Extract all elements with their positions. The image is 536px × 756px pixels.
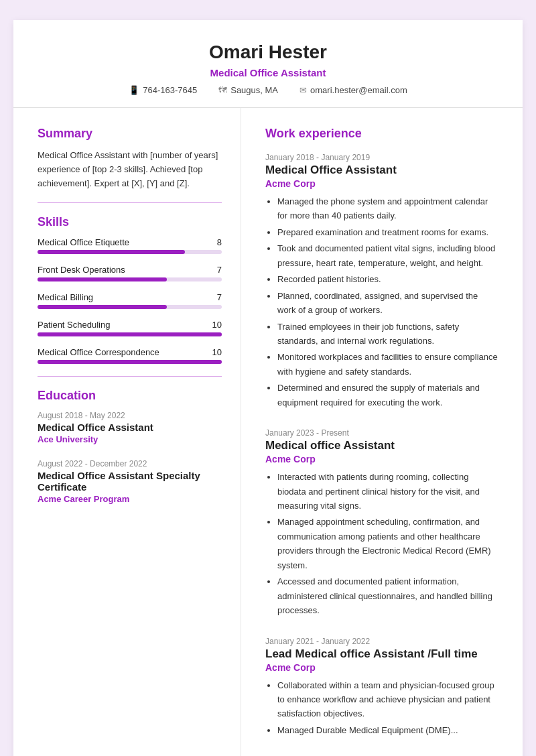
work-experience-title: Work experience <box>265 127 498 141</box>
skill-row: Medical Billing 7 <box>38 292 222 309</box>
education-title: Education <box>38 389 222 403</box>
skill-bar-bg <box>38 250 222 254</box>
edu-degree: Medical Office Assistant Specialty Certi… <box>38 470 222 493</box>
work-dates: January 2018 - January 2019 <box>265 153 498 162</box>
skill-label: Front Desk Operations <box>38 265 125 275</box>
skill-row: Front Desk Operations 7 <box>38 265 222 281</box>
skills-list: Medical Office Etiquette 8 Front Desk Op… <box>38 237 222 364</box>
resume-card: Omari Hester Medical Office Assistant 📱 … <box>13 20 523 756</box>
work-bullet: Monitored workplaces and facilities to e… <box>277 350 498 379</box>
email-value: omari.hester@email.com <box>310 85 407 95</box>
work-bullet: Managed Durable Medical Equipment (DME).… <box>277 723 498 737</box>
work-bullets: Collaborated within a team and physician… <box>265 678 498 738</box>
work-block: January 2018 - January 2019 Medical Offi… <box>265 153 498 410</box>
skill-bar-fill <box>38 332 222 336</box>
work-bullets: Interacted with patients during rooming,… <box>265 470 498 617</box>
skill-bar-bg <box>38 332 222 336</box>
edu-dates: August 2022 - December 2022 <box>38 459 222 468</box>
work-bullet: Determined and ensured the supply of mat… <box>277 381 498 410</box>
edu-dates: August 2018 - May 2022 <box>38 411 222 420</box>
education-block: August 2018 - May 2022 Medical Office As… <box>38 411 222 444</box>
header-section: Omari Hester Medical Office Assistant 📱 … <box>13 20 523 108</box>
work-title: Medical office Assistant <box>265 439 498 452</box>
skill-score: 8 <box>217 237 222 247</box>
edu-school: Ace University <box>38 434 222 444</box>
email-icon: ✉ <box>299 85 307 95</box>
work-bullet: Took and documented patient vital signs,… <box>277 241 498 270</box>
education-section: Education August 2018 - May 2022 Medical… <box>38 389 222 504</box>
right-column: Work experience January 2018 - January 2… <box>241 108 523 756</box>
work-bullet: Collaborated within a team and physician… <box>277 678 498 721</box>
work-bullet: Managed the phone system and appointment… <box>277 194 498 223</box>
education-list: August 2018 - May 2022 Medical Office As… <box>38 411 222 504</box>
skill-row: Patient Scheduling 10 <box>38 320 222 336</box>
phone-value: 764-163-7645 <box>143 85 197 95</box>
summary-text: Medical Office Assistant with [number of… <box>38 149 222 190</box>
skill-score: 7 <box>217 292 222 302</box>
phone-icon: 📱 <box>129 85 139 95</box>
email-contact: ✉ omari.hester@email.com <box>299 85 407 95</box>
work-bullet: Recorded patient histories. <box>277 272 498 286</box>
location-icon: 🗺 <box>218 85 227 95</box>
divider-2 <box>38 376 222 377</box>
skill-bar-fill <box>38 277 167 281</box>
summary-title: Summary <box>38 127 222 141</box>
skill-score: 7 <box>217 265 222 275</box>
skill-label: Medical Office Correspondence <box>38 347 159 357</box>
skill-bar-fill <box>38 250 185 254</box>
summary-section: Summary Medical Office Assistant with [n… <box>38 127 222 190</box>
work-company: Acme Corp <box>265 662 498 673</box>
page-wrapper: Omari Hester Medical Office Assistant 📱 … <box>0 0 536 756</box>
skills-title: Skills <box>38 215 222 229</box>
skill-bar-bg <box>38 305 222 309</box>
skill-label: Medical Billing <box>38 292 93 302</box>
work-bullet: Managed appointment scheduling, confirma… <box>277 515 498 572</box>
candidate-name: Omari Hester <box>40 42 496 63</box>
edu-school: Acme Career Program <box>38 494 222 504</box>
location-contact: 🗺 Saugus, MA <box>218 85 278 95</box>
work-company: Acme Corp <box>265 454 498 464</box>
skill-score: 10 <box>212 320 222 330</box>
work-list: January 2018 - January 2019 Medical Offi… <box>265 153 498 737</box>
work-bullet: Planned, coordinated, assigned, and supe… <box>277 289 498 318</box>
main-body: Summary Medical Office Assistant with [n… <box>13 108 523 756</box>
skills-section: Skills Medical Office Etiquette 8 Front … <box>38 215 222 364</box>
work-title: Lead Medical office Assistant /Full time <box>265 647 498 661</box>
location-value: Saugus, MA <box>230 85 278 95</box>
work-dates: January 2023 - Present <box>265 428 498 438</box>
work-dates: January 2021 - January 2022 <box>265 637 498 646</box>
contact-row: 📱 764-163-7645 🗺 Saugus, MA ✉ omari.hest… <box>40 85 496 95</box>
skill-bar-fill <box>38 305 167 309</box>
work-bullet: Interacted with patients during rooming,… <box>277 470 498 513</box>
work-bullets: Managed the phone system and appointment… <box>265 194 498 410</box>
work-bullet: Prepared examination and treatment rooms… <box>277 225 498 239</box>
skill-label: Patient Scheduling <box>38 320 110 330</box>
work-company: Acme Corp <box>265 178 498 189</box>
left-column: Summary Medical Office Assistant with [n… <box>13 108 241 756</box>
divider-1 <box>38 202 222 203</box>
skill-bar-bg <box>38 277 222 281</box>
skill-bar-fill <box>38 360 222 364</box>
education-block: August 2022 - December 2022 Medical Offi… <box>38 459 222 504</box>
work-bullet: Accessed and documented patient informat… <box>277 574 498 617</box>
skill-label: Medical Office Etiquette <box>38 237 129 247</box>
work-block: January 2023 - Present Medical office As… <box>265 428 498 617</box>
work-bullet: Trained employees in their job functions… <box>277 320 498 349</box>
skill-row: Medical Office Correspondence 10 <box>38 347 222 364</box>
work-block: January 2021 - January 2022 Lead Medical… <box>265 637 498 738</box>
skill-row: Medical Office Etiquette 8 <box>38 237 222 254</box>
skill-score: 10 <box>212 347 222 357</box>
edu-degree: Medical Office Assistant <box>38 422 222 433</box>
work-title: Medical Office Assistant <box>265 164 498 177</box>
skill-bar-bg <box>38 360 222 364</box>
phone-contact: 📱 764-163-7645 <box>129 85 197 95</box>
candidate-title: Medical Office Assistant <box>40 67 496 78</box>
